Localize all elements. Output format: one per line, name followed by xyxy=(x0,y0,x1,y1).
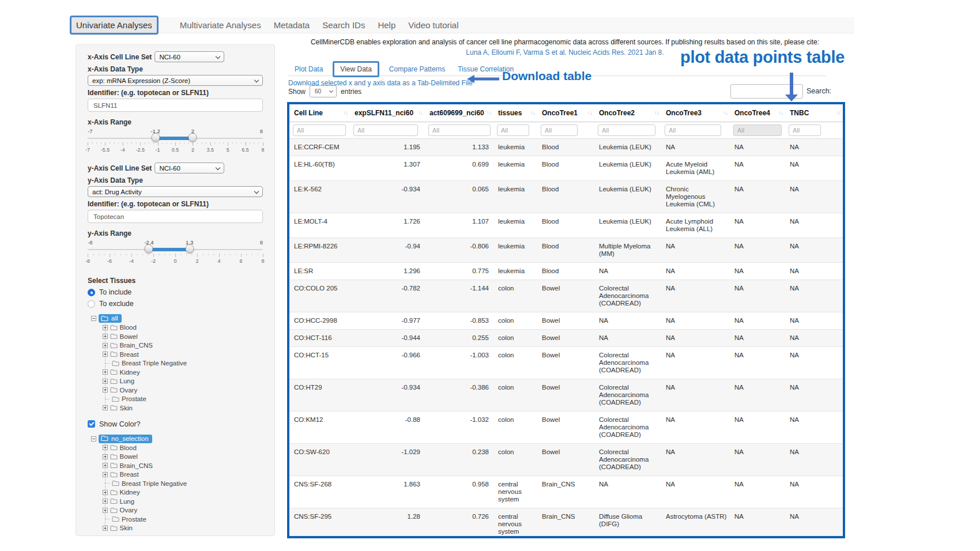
expand-icon[interactable] xyxy=(103,334,108,339)
tree-node-breast-triple-negative[interactable]: Breast Triple Negative xyxy=(88,479,263,488)
tree-node-kidney[interactable]: Kidney xyxy=(88,488,263,497)
sort-icon[interactable]: ↑↓ xyxy=(487,110,491,116)
tree-node-ovary[interactable]: Ovary xyxy=(88,506,263,515)
expand-icon[interactable] xyxy=(103,379,108,384)
nav-tab-multivariate-analyses[interactable]: Multivariate Analyses xyxy=(174,17,267,33)
tree-node-all[interactable]: all xyxy=(99,314,122,323)
table-row[interactable]: LE:K-562-0.9340.065leukemiaBloodLeukemia… xyxy=(289,180,843,213)
expand-icon[interactable] xyxy=(103,454,108,459)
slider-handle-from[interactable] xyxy=(151,133,160,142)
table-row[interactable]: LE:RPMI-8226-0.94-0.806leukemiaBloodMult… xyxy=(289,237,843,262)
radio-to-include[interactable] xyxy=(88,289,95,296)
table-row[interactable]: CNS:SF-2951.280.726central nervous syste… xyxy=(289,508,843,538)
sort-icon[interactable]: ↑↓ xyxy=(778,110,783,116)
nav-tab-univariate-analyses[interactable]: Univariate Analyses xyxy=(71,17,157,33)
column-header-tnbc[interactable]: TNBC↑↓ xyxy=(785,104,843,122)
tree-node-brain-cns[interactable]: Brain_CNS xyxy=(88,341,263,350)
tree-node-blood[interactable]: Blood xyxy=(88,443,263,452)
filter-input-oncotree4[interactable] xyxy=(733,124,782,136)
table-row[interactable]: CO:HCT-116-0.9440.255colonBowelNANANANA xyxy=(289,329,843,346)
tree-node-skin[interactable]: Skin xyxy=(88,524,263,533)
expand-icon[interactable] xyxy=(103,387,108,393)
sort-icon[interactable]: ↑↓ xyxy=(418,110,423,116)
table-row[interactable]: CO:COLO 205-0.782-1.144colonBowelColorec… xyxy=(289,280,843,312)
show-color-checkbox[interactable] xyxy=(88,420,95,428)
filter-input-oncotree3[interactable] xyxy=(665,124,721,136)
expand-icon[interactable] xyxy=(103,325,108,330)
tab-plot-data[interactable]: Plot Data xyxy=(288,65,329,73)
filter-input-oncotree1[interactable] xyxy=(541,124,578,136)
tab-view-data[interactable]: View Data xyxy=(340,65,371,73)
column-header-oncotree3[interactable]: OncoTree3↑↓ xyxy=(661,104,730,122)
tree-node-breast[interactable]: Breast xyxy=(88,350,263,359)
sort-icon[interactable]: ↑↓ xyxy=(530,110,535,116)
column-header-cell-line[interactable]: Cell Line↑↓ xyxy=(289,104,350,122)
tree-node-breast-triple-negative[interactable]: Breast Triple Negative xyxy=(88,359,263,368)
nav-tab-search-ids[interactable]: Search IDs xyxy=(316,17,371,33)
tab-compare-patterns[interactable]: Compare Patterns xyxy=(383,65,451,73)
slider-handle-to[interactable] xyxy=(185,244,194,253)
table-row[interactable]: LE:SR1.2960.775leukemiaBloodNANANANA xyxy=(289,262,843,280)
table-row[interactable]: CO:HT29-0.934-0.386colonBowelColorectal … xyxy=(289,379,843,411)
expand-icon[interactable] xyxy=(103,508,108,513)
tree-node-lung[interactable]: Lung xyxy=(88,497,263,506)
tree-node-no-selection[interactable]: no_selection xyxy=(99,435,152,443)
table-row[interactable]: CNS:SF-2681.8630.958central nervous syst… xyxy=(289,475,843,508)
nav-tab-help[interactable]: Help xyxy=(371,17,402,33)
column-header-tissues[interactable]: tissues↑↓ xyxy=(493,104,537,122)
sort-icon[interactable]: ↑↓ xyxy=(654,110,659,116)
nav-tab-metadata[interactable]: Metadata xyxy=(267,17,316,33)
column-header-oncotree4[interactable]: OncoTree4↑↓ xyxy=(730,104,785,122)
collapse-icon[interactable] xyxy=(91,436,96,441)
tree-node-skin[interactable]: Skin xyxy=(88,403,263,413)
expand-icon[interactable] xyxy=(103,463,108,468)
expand-icon[interactable] xyxy=(103,472,108,477)
y-axis-cell-line-set-select[interactable]: NCI-60 xyxy=(154,163,224,173)
table-row[interactable]: LE:CCRF-CEM1.1951.133leukemiaBloodLeukem… xyxy=(289,138,843,156)
tab-tissue-correlation[interactable]: Tissue Correlation xyxy=(451,65,520,73)
slider-handle-to[interactable] xyxy=(189,133,197,142)
sort-icon[interactable]: ↑↓ xyxy=(723,110,728,116)
slider-handle-from[interactable] xyxy=(145,244,153,253)
x-axis-cell-line-set-select[interactable]: NCI-60 xyxy=(154,51,224,62)
filter-input-oncotree2[interactable] xyxy=(598,124,655,136)
filter-input-expslfn11-nci60[interactable] xyxy=(353,124,418,136)
nav-tab-video-tutorial[interactable]: Video tutorial xyxy=(402,17,465,33)
x-axis-identifier-input[interactable]: SLFN11 xyxy=(88,99,263,112)
filter-input-act609699-nci60[interactable] xyxy=(428,124,491,136)
expand-icon[interactable] xyxy=(103,499,108,504)
tree-node-ovary[interactable]: Ovary xyxy=(88,386,263,395)
tree-node-kidney[interactable]: Kidney xyxy=(88,368,263,377)
tree-node-prostate[interactable]: Prostate xyxy=(88,395,263,404)
y-axis-range-slider[interactable]: -88-2.41.3-8-6-4-202468 xyxy=(88,239,263,265)
table-row[interactable]: CO:HCC-2998-0.977-0.853colonBowelNANANAN… xyxy=(289,312,843,329)
table-row[interactable]: LE:HL-60(TB)1.3070.699leukemiaBloodLeuke… xyxy=(289,156,843,180)
y-axis-data-type-select[interactable]: act: Drug Activity xyxy=(88,186,263,197)
y-axis-identifier-input[interactable]: Topotecan xyxy=(88,210,263,223)
sort-icon[interactable]: ↑↓ xyxy=(343,110,348,116)
collapse-icon[interactable] xyxy=(91,316,96,321)
tree-node-prostate[interactable]: Prostate xyxy=(88,515,263,524)
tree-node-breast[interactable]: Breast xyxy=(88,470,263,480)
tree-node-bowel[interactable]: Bowel xyxy=(88,452,263,462)
filter-input-tissues[interactable] xyxy=(497,124,529,136)
expand-icon[interactable] xyxy=(103,445,108,450)
filter-input-cell-line[interactable] xyxy=(293,124,346,136)
expand-icon[interactable] xyxy=(103,369,108,375)
tree-node-brain-cns[interactable]: Brain_CNS xyxy=(88,461,263,470)
tree-node-bowel[interactable]: Bowel xyxy=(88,332,263,341)
column-header-expslfn11-nci60[interactable]: expSLFN11_nci60↑↓ xyxy=(350,104,425,122)
filter-input-tnbc[interactable] xyxy=(789,124,821,136)
expand-icon[interactable] xyxy=(103,352,108,357)
radio-to-exclude[interactable] xyxy=(88,300,95,308)
expand-icon[interactable] xyxy=(103,405,108,410)
table-row[interactable]: CO:KM12-0.88-1.032colonBowelColorectal A… xyxy=(289,411,843,443)
column-header-act609699-nci60[interactable]: act609699_nci60↑↓ xyxy=(425,104,493,122)
sort-icon[interactable]: ↑↓ xyxy=(836,110,840,116)
table-row[interactable]: CO:SW-620-1.0290.238colonBowelColorectal… xyxy=(289,443,843,475)
tree-node-lung[interactable]: Lung xyxy=(88,377,263,386)
tree-node-blood[interactable]: Blood xyxy=(88,323,263,333)
table-row[interactable]: LE:MOLT-41.7261.107leukemiaBloodLeukemia… xyxy=(289,213,843,237)
x-axis-range-slider[interactable]: -78-1.22-7-5.5-4-2.5-10.523.556.58 xyxy=(88,128,263,153)
sort-icon[interactable]: ↑↓ xyxy=(587,110,592,116)
